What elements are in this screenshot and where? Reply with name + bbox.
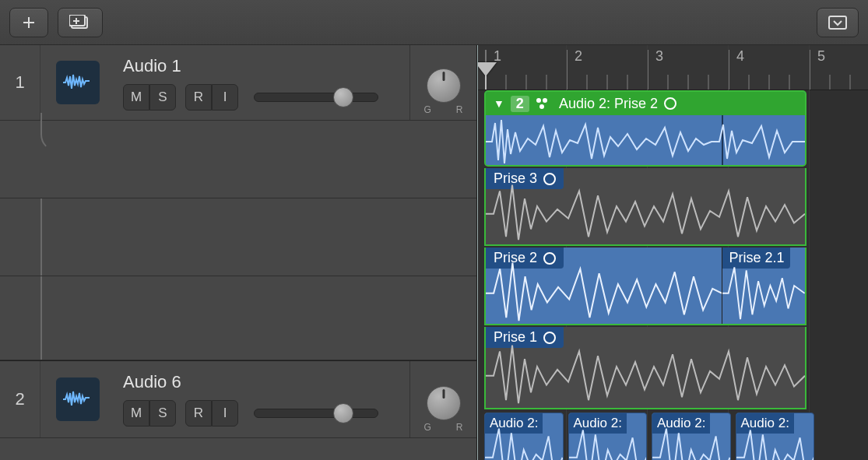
comp-title: Audio 2: Prise 2 [559,96,658,112]
insert-menu-icon [828,16,847,30]
quick-swipe-icon[interactable] [536,97,553,110]
arrange-area[interactable]: 1 2 3 4 5 [477,45,868,460]
disclosure-triangle-icon[interactable]: ▼ [494,97,504,110]
ruler-bar-number: 3 [655,48,663,65]
audio-clip[interactable]: Audio 2: [652,413,731,460]
volume-slider[interactable] [254,93,378,102]
plus-icon [23,16,35,29]
solo-button[interactable]: S [149,400,176,427]
solo-button[interactable]: S [149,84,176,111]
playhead-line [485,75,487,90]
take-lane[interactable] [0,276,476,360]
track-name[interactable]: Audio 6 [123,372,402,392]
track-icon-cell [40,45,115,120]
track-index: 2 [0,361,40,437]
svg-rect-2 [829,16,846,29]
audio-clip[interactable]: Audio 2: [736,413,815,460]
pan-knob-cell: G R [410,361,476,437]
toolbar [0,0,868,45]
audio-waveform-icon [56,377,100,421]
mute-button[interactable]: M [123,400,149,427]
track-name[interactable]: Audio 1 [123,56,402,76]
gain-label: G [424,104,431,115]
volume-thumb[interactable] [333,403,353,423]
insert-menu-button[interactable] [817,8,859,37]
comp-waveform [486,115,805,167]
take-cell-active[interactable]: Prise 2.1 [722,248,805,324]
track-index: 1 [0,45,40,120]
ruler-bar-number: 4 [736,48,744,65]
comp-region[interactable]: ▼ 2 Audio 2: Prise 2 [484,90,807,167]
mute-button[interactable]: M [123,84,149,111]
add-track-stack-button[interactable] [58,8,103,37]
playhead-icon[interactable] [478,62,497,76]
track-main: Audio 6 M S R I [115,361,410,437]
add-stack-icon [69,15,91,30]
pan-labels: G R [424,422,463,433]
active-take-badge[interactable]: 2 [511,96,529,112]
add-track-button[interactable] [9,8,48,37]
take-cell-active[interactable]: Prise 2 [486,248,722,324]
take-region[interactable]: Prise 1 [484,327,807,409]
audio-waveform-icon [56,61,100,104]
pan-label: R [456,104,463,115]
track2-regions: Audio 2: Audio 2: Audio 2: Audio 2: [484,413,814,460]
svg-point-4 [543,98,547,103]
take-cell[interactable]: Prise 3 [486,168,805,244]
comp-header[interactable]: ▼ 2 Audio 2: Prise 2 [486,92,805,115]
svg-point-3 [536,98,541,103]
pan-knob[interactable] [427,68,461,103]
pan-knob-cell: G R [410,45,476,120]
loop-marker-icon[interactable] [664,97,676,110]
take-lane[interactable] [0,198,476,276]
audio-clip[interactable]: Audio 2: [484,413,564,460]
pan-labels: G R [424,104,463,115]
input-monitor-button[interactable]: I [212,84,238,111]
audio-clip[interactable]: Audio 2: [568,413,648,460]
ruler-bar-number: 2 [575,48,582,65]
take-lane[interactable] [0,121,476,198]
track-headers: 1 Audio 1 M S R I [0,45,477,460]
volume-thumb[interactable] [333,87,353,107]
track-row[interactable]: 2 Audio 6 M S R I [0,360,476,438]
pan-knob[interactable] [427,386,461,420]
svg-point-5 [539,104,544,109]
take-region[interactable]: Prise 3 [484,168,807,246]
record-enable-button[interactable]: R [185,84,212,111]
ruler-bar-number: 5 [817,48,825,65]
take-region[interactable]: Prise 2 Prise 2.1 [484,248,807,325]
pan-label: R [456,422,463,433]
volume-slider[interactable] [254,409,378,418]
input-monitor-button[interactable]: I [212,400,238,427]
track-main: Audio 1 M S R I [115,45,410,120]
track-icon-cell [40,361,115,437]
track-row[interactable]: 1 Audio 1 M S R I [0,45,476,121]
record-enable-button[interactable]: R [185,400,212,427]
gain-label: G [424,422,431,433]
take-cell[interactable]: Prise 1 [486,327,805,408]
